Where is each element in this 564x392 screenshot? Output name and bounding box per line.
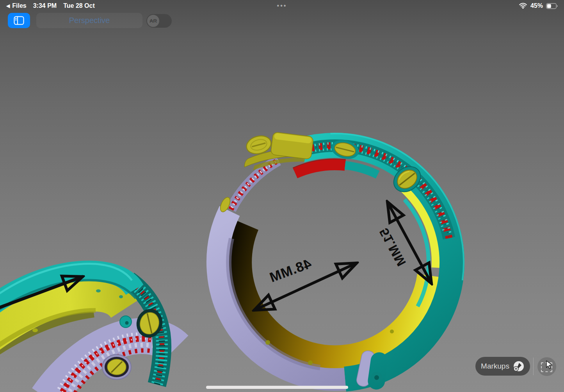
battery-icon bbox=[546, 3, 558, 9]
home-indicator[interactable] bbox=[206, 386, 348, 389]
3d-viewport[interactable]: 48.MM 51.MM bbox=[0, 0, 564, 392]
wifi-icon bbox=[519, 3, 527, 9]
back-to-files-button[interactable]: ◀ Files bbox=[6, 2, 27, 9]
battery-percent: 45% bbox=[530, 2, 543, 9]
status-bar: ◀ Files 3:34 PM Tue 28 Oct ••• 45% bbox=[0, 0, 564, 12]
back-button-label: Files bbox=[12, 2, 26, 9]
multitask-dots[interactable]: ••• bbox=[277, 0, 287, 12]
markup-pen-icon bbox=[513, 360, 525, 372]
sidebar-toggle-button[interactable] bbox=[8, 13, 30, 28]
sidebar-icon bbox=[14, 16, 24, 25]
small-bracelet-front-screw bbox=[102, 355, 131, 380]
markups-button[interactable]: Markups bbox=[475, 357, 530, 376]
small-bracelet-model bbox=[0, 264, 176, 392]
clock-date: Tue 28 Oct bbox=[63, 2, 95, 9]
large-bracelet-model bbox=[194, 111, 485, 392]
ar-toggle-knob: AR bbox=[147, 15, 159, 27]
dimension-48mm: 48.MM bbox=[254, 255, 357, 310]
ar-toggle[interactable]: AR bbox=[146, 14, 172, 28]
markups-label: Markups bbox=[481, 362, 509, 371]
view-mode-label: Perspective bbox=[69, 16, 110, 25]
selection-tool-button[interactable] bbox=[537, 357, 556, 376]
ar-quicklook-screen: 48.MM 51.MM ◀ Files 3:34 PM Tue 28 Oct •… bbox=[0, 0, 564, 392]
view-mode-chip: Perspective bbox=[36, 13, 142, 28]
footer-divider bbox=[533, 358, 534, 375]
back-chevron-icon: ◀ bbox=[6, 4, 10, 8]
cursor-arrow-icon bbox=[545, 360, 554, 370]
clock-time: 3:34 PM bbox=[33, 2, 57, 9]
dimension-48mm-label: 48.MM bbox=[267, 255, 313, 285]
